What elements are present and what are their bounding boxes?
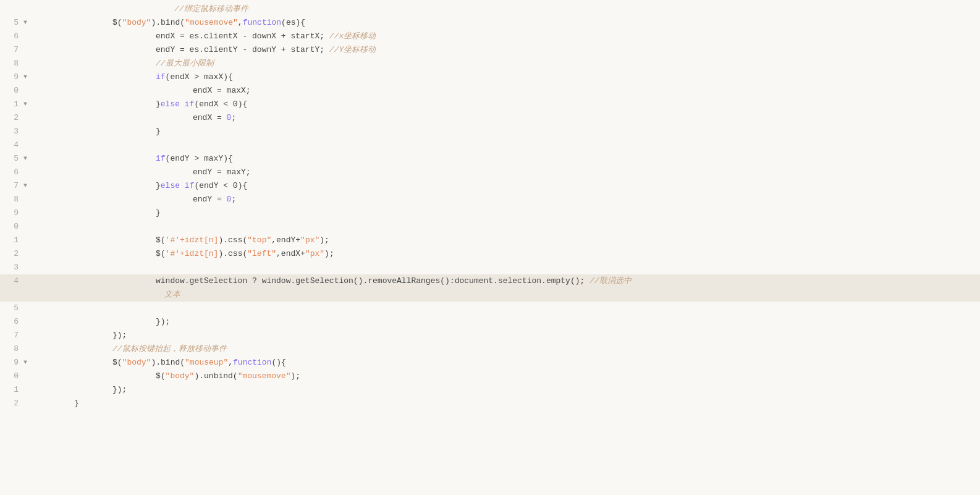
code-line-23: 3 [0,261,980,274]
line-number: 3 [0,125,23,138]
line-number: 1 [0,383,23,397]
line-number: 5 [0,302,23,315]
line-number: 4 [0,138,23,152]
line-number: 8 [0,193,23,206]
line-number: 8 [0,342,23,356]
line-number: 6 [0,315,23,329]
code-line-10: 0 endX = maxX; [0,84,980,98]
code-line-22: 2 $('#'+idzt[n]).css("left",endX+"px"); [0,247,980,261]
line-number: 7 [0,329,23,342]
line-number: 1 [0,98,23,111]
line-number: 8 [0,57,23,70]
code-line-31: 1 }); [0,383,980,397]
code-line-32: 2 } [0,397,980,410]
line-number: 9 [0,206,23,220]
line-number: 5 [0,16,23,30]
line-number: 2 [0,247,23,261]
line-number: 4 [0,274,23,288]
line-number: 9 [0,356,23,370]
code-line-11: 1 ▼ }else if(endX < 0){ [0,98,980,111]
line-number: 7 [0,43,23,57]
code-line-18: 8 endY = 0; [0,193,980,206]
code-line-14: 4 [0,138,980,152]
line-number: 1 [0,234,23,247]
code-line-7: 7 endY = es.clientY - downY + startY; //… [0,43,980,57]
code-line-19: 9 } [0,206,980,220]
code-line-13: 3 } [0,125,980,138]
line-number: 6 [0,30,23,43]
code-line-26: 6 }); [0,315,980,329]
line-number: 6 [0,166,23,179]
code-line-8: 8 //最大最小限制 [0,57,980,70]
code-line-16: 6 endY = maxY; [0,166,980,179]
code-line-27: 7 }); [0,329,980,342]
line-number: 0 [0,220,23,234]
code-line-28: 8 //鼠标按键抬起，释放移动事件 [0,342,980,356]
code-line-30: 0 $("body").unbind("mousemove"); [0,370,980,383]
code-line-17: 7 ▼ }else if(endY < 0){ [0,179,980,193]
code-line-20: 0 [0,220,980,234]
code-line-blank-top: //绑定鼠标移动事件 [0,2,980,16]
code-editor: //绑定鼠标移动事件 5 ▼ $("body").bind("mousemove… [0,0,980,495]
code-line-12: 2 endX = 0; [0,111,980,125]
line-number: 2 [0,397,23,410]
line-number: 0 [0,84,23,98]
line-number: 7 [0,179,23,193]
code-line-21: 1 $('#'+idzt[n]).css("top",endY+"px"); [0,234,980,247]
line-number: 2 [0,111,23,125]
line-number: 9 [0,70,23,84]
code-line-9: 9 ▼ if(endX > maxX){ [0,70,980,84]
line-number: 5 [0,152,23,166]
code-line-5: 5 ▼ $("body").bind("mousemove",function(… [0,16,980,30]
code-line-15: 5 ▼ if(endY > maxY){ [0,152,980,166]
line-number: 0 [0,370,23,383]
code-line-6: 6 endX = es.clientX - downX + startX; //… [0,30,980,43]
line-number: 3 [0,261,23,274]
code-line-29: 9 ▼ $("body").bind("mouseup",function(){ [0,356,980,370]
code-line-24: 4 window.getSelection ? window.getSelect… [0,274,980,302]
code-line-25: 5 [0,302,980,315]
